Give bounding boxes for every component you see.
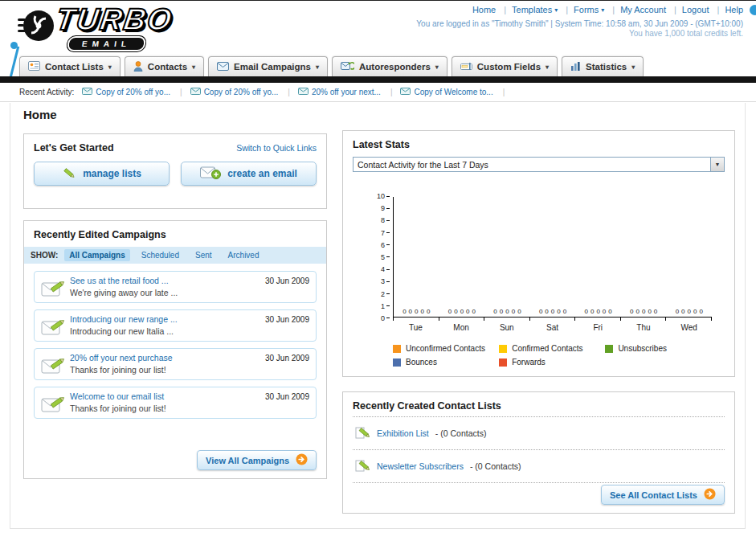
filter-sent[interactable]: Sent <box>190 249 217 261</box>
logo-fan-icon <box>18 7 56 49</box>
contact-lists-title: Recently Created Contact Lists <box>343 392 734 416</box>
chart-y-tick: 0 <box>381 314 390 322</box>
envelope-icon <box>190 88 201 96</box>
chart-plot-area: 00000000000000000000000000000000000 <box>393 197 712 318</box>
chart-bar-group: 00000 <box>621 308 667 315</box>
chart-y-tick: 9 <box>381 204 390 212</box>
filter-scheduled[interactable]: Scheduled <box>137 249 184 261</box>
top-link-label: Logout <box>682 5 709 14</box>
chart-value-label: 0 <box>584 308 587 315</box>
see-all-contact-lists-button[interactable]: See All Contact Lists <box>601 485 725 505</box>
legend-swatch <box>499 345 507 353</box>
corner-dot-decoration <box>750 5 756 15</box>
campaign-date: 30 Jun 2009 <box>265 392 309 401</box>
logo-subtitle: EMAIL <box>67 36 147 51</box>
chart-value-label: 0 <box>460 308 464 315</box>
chart-value-label: 0 <box>512 308 515 315</box>
top-link-forms[interactable]: Forms▾ <box>574 5 620 14</box>
campaign-item[interactable]: Introducing our new range ... Introducin… <box>34 309 317 342</box>
main-content: Home Let's Get Started Switch to Quick L… <box>10 103 746 529</box>
nav-tab-statistics[interactable]: Statistics ▾ <box>562 56 644 76</box>
chart-value-label: 0 <box>551 308 554 315</box>
app-logo[interactable]: TURBO EMAIL <box>5 2 230 52</box>
create-email-button[interactable]: create an email <box>181 162 317 186</box>
recent-activity-item[interactable]: Copy of Welcome to... <box>400 88 505 96</box>
app-window: TURBO EMAIL Home Templates▾ Forms▾ My Ac… <box>0 0 756 549</box>
campaign-item[interactable]: Welcome to our email list Thanks for joi… <box>34 387 317 419</box>
pencil-list-icon <box>354 457 370 475</box>
chart-x-labels: TueMonSunSatFriThuWed <box>393 323 712 332</box>
chart-value-label: 0 <box>517 308 521 315</box>
stats-range-select[interactable]: Contact Activity for the Last 7 Days ▼ <box>353 157 725 172</box>
top-link-home[interactable]: Home <box>472 5 512 14</box>
chart-legend: Unconfirmed ContactsConfirmed ContactsUn… <box>393 344 712 367</box>
chart-x-tick <box>574 318 620 321</box>
legend-label: Unsubscribes <box>618 344 667 353</box>
top-link-help[interactable]: Help <box>725 5 743 14</box>
campaign-date: 30 Jun 2009 <box>265 277 309 285</box>
chart-x-label: Tue <box>393 323 439 332</box>
chart-value-label: 0 <box>676 308 679 315</box>
chevron-down-icon: ▾ <box>316 64 319 71</box>
chart-bar-group: 00000 <box>439 308 485 315</box>
contact-list-link[interactable]: Exhibition List <box>377 428 429 438</box>
recent-activity-item[interactable]: Copy of 20% off yo... <box>190 88 290 96</box>
chart-y-tick: 5 <box>381 253 390 261</box>
nav-tab-label: Statistics <box>586 62 627 72</box>
nav-tab-custom-fields[interactable]: Custom Fields ▾ <box>452 56 558 76</box>
chart-value-label: 0 <box>500 308 503 315</box>
pencil-icon <box>62 166 76 182</box>
chart-y-tick: 2 <box>381 290 390 298</box>
legend-label: Bounces <box>406 358 437 367</box>
show-label: SHOW: <box>31 251 58 260</box>
chart-value-label: 0 <box>636 308 640 315</box>
chart-value-label: 0 <box>472 308 476 315</box>
chart-bar-group: 00000 <box>575 308 621 315</box>
campaign-item[interactable]: See us at the retail food ... We're givi… <box>34 271 317 303</box>
chart-x-tick <box>665 318 711 321</box>
manage-lists-button[interactable]: manage lists <box>34 162 170 186</box>
see-all-contact-lists-label: See All Contact Lists <box>610 490 697 500</box>
legend-label: Forwards <box>512 358 546 367</box>
chart-y-labels: 109876543210 <box>370 192 390 322</box>
contact-list-rows: Exhibition List - (0 Contacts) Newslette… <box>353 416 725 483</box>
top-link-my-account[interactable]: My Account <box>620 5 682 14</box>
recent-activity-item[interactable]: Copy of 20% off yo... <box>82 88 182 96</box>
recent-activity-item[interactable]: 20% off your next... <box>298 88 393 96</box>
contact-list-link[interactable]: Newsletter Subscribers <box>377 461 464 471</box>
legend-label: Unconfirmed Contacts <box>406 344 485 353</box>
envelope-pencil-icon <box>41 394 65 416</box>
credits-info: You have 1,000 total credits left. <box>629 29 743 38</box>
campaign-subtitle: We're giving away our late ... <box>70 288 309 297</box>
recent-activity-item-label: 20% off your next... <box>312 88 381 96</box>
latest-stats-title: Latest Stats <box>343 131 734 157</box>
nav-tab-label: Email Campaigns <box>234 62 311 72</box>
view-all-campaigns-button[interactable]: View All Campaigns <box>197 450 317 470</box>
legend-swatch <box>393 345 401 353</box>
nav-tab-contacts[interactable]: Contacts ▾ <box>125 56 204 76</box>
chart-y-tick: 6 <box>381 241 390 249</box>
nav-tab-contact-lists[interactable]: Contact Lists ▾ <box>19 56 121 76</box>
nav-tab-autoresponders[interactable]: Autoresponders ▾ <box>332 56 447 76</box>
chevron-down-icon: ▾ <box>546 64 549 71</box>
top-link-templates[interactable]: Templates▾ <box>512 5 574 14</box>
chart-value-label: 0 <box>681 308 684 315</box>
campaign-item[interactable]: 20% off your next purchase Thanks for jo… <box>34 348 317 380</box>
chart-value-label: 0 <box>421 308 424 315</box>
chevron-down-icon: ▾ <box>435 64 439 71</box>
envelope-plus-icon <box>200 166 221 182</box>
chart-x-label: Fri <box>575 323 621 332</box>
recent-activity-bar: Recent Activity: Copy of 20% off yo... C… <box>0 83 756 102</box>
filter-archived[interactable]: Archived <box>223 249 264 261</box>
top-link-label: My Account <box>620 5 666 14</box>
manage-lists-label: manage lists <box>83 168 141 179</box>
top-link-logout[interactable]: Logout <box>682 5 725 14</box>
switch-quick-links-link[interactable]: Switch to Quick Links <box>236 143 317 153</box>
contact-list-item[interactable]: Exhibition List - (0 Contacts) <box>353 417 725 450</box>
nav-tab-email-campaigns[interactable]: Email Campaigns ▾ <box>208 56 328 76</box>
dropdown-arrow-icon: ▼ <box>710 158 724 171</box>
chart-y-tick: 3 <box>381 277 390 285</box>
filter-all-campaigns[interactable]: All Campaigns <box>64 249 129 261</box>
contact-list-item[interactable]: Newsletter Subscribers - (0 Contacts) <box>353 450 725 483</box>
legend-item: Forwards <box>499 358 605 367</box>
